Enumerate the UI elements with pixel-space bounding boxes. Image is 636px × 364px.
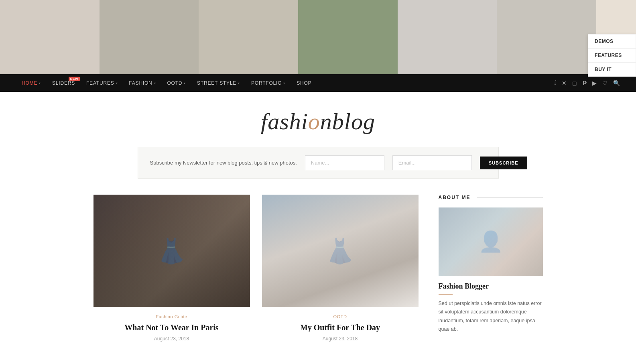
posts-grid: Fashion Guide What Not To Wear In Paris … — [93, 195, 419, 342]
blogger-name: Fashion Blogger — [439, 282, 543, 291]
site-title: fashionblog — [8, 108, 628, 135]
nav-label-fashion: FASHION — [129, 80, 152, 86]
search-icon[interactable]: 🔍 — [613, 80, 620, 87]
pinterest-icon[interactable]: 𝗣 — [583, 80, 587, 87]
nav-item-fashion[interactable]: FASHION ▾ — [123, 74, 161, 92]
newsletter-name-input[interactable] — [305, 155, 384, 170]
nav-item-features[interactable]: FEATURES ▾ — [81, 74, 123, 92]
twitter-x-icon[interactable]: ✕ — [562, 80, 567, 87]
post-card-1: Fashion Guide What Not To Wear In Paris … — [93, 195, 250, 342]
nav-label-ootd: OOTD — [167, 80, 182, 86]
newsletter-bar: Subscribe my Newsletter for new blog pos… — [138, 147, 499, 179]
dropdown-menu: DEMOS FEATURES BUY IT — [588, 34, 636, 77]
heart-icon[interactable]: ♡ — [602, 80, 608, 87]
nav-label-home: HOME — [22, 80, 37, 86]
hero-image-2 — [100, 0, 199, 74]
nav-label-features: FEATURES — [86, 80, 114, 86]
newsletter-description: Subscribe my Newsletter for new blog pos… — [150, 160, 297, 166]
chevron-down-icon: ▾ — [238, 81, 240, 85]
subscribe-button[interactable]: SUBSCRIBE — [480, 157, 527, 169]
hero-image-3 — [199, 0, 298, 74]
post-date-1: August 23, 2018 — [93, 336, 250, 342]
nav-label-sliders: SLIDERS — [52, 80, 75, 86]
post-category-1[interactable]: Fashion Guide — [93, 314, 250, 319]
post-title-2[interactable]: My Outfit For The Day — [262, 322, 419, 333]
nav-links: HOME ▾ SLIDERS NEW FEATURES ▾ FASHION ▾ … — [16, 74, 317, 92]
nav-item-shop[interactable]: SHOP — [291, 74, 317, 92]
nav-label-portfolio: PORTFOLIO — [251, 80, 282, 86]
nav-social-icons: f ✕ ◻ 𝗣 ▶ ♡ 🔍 — [554, 80, 620, 87]
about-underline — [439, 294, 453, 295]
newsletter-email-input[interactable] — [392, 155, 472, 170]
instagram-icon[interactable]: ◻ — [572, 80, 577, 87]
nav-item-portfolio[interactable]: PORTFOLIO ▾ — [246, 74, 291, 92]
chevron-down-icon: ▾ — [116, 81, 118, 85]
main-content: Fashion Guide What Not To Wear In Paris … — [77, 195, 559, 364]
new-badge: NEW — [69, 77, 80, 81]
post-date-2: August 23, 2018 — [262, 336, 419, 342]
chevron-down-icon: ▾ — [39, 81, 41, 85]
nav-item-sliders[interactable]: SLIDERS NEW — [47, 74, 81, 92]
hero-strip — [0, 0, 636, 74]
sidebar: ABOUT ME Fashion Blogger Sed ut perspici… — [439, 195, 543, 342]
hero-image-5 — [398, 0, 497, 74]
site-header: fashionblog — [0, 92, 636, 147]
hero-image-1 — [0, 0, 100, 74]
nav-item-home[interactable]: HOME ▾ — [16, 74, 47, 92]
facebook-icon[interactable]: f — [554, 80, 556, 86]
about-image — [439, 207, 543, 276]
chevron-down-icon: ▾ — [154, 81, 156, 85]
youtube-icon[interactable]: ▶ — [592, 80, 597, 87]
hero-image-6 — [497, 0, 596, 74]
dropdown-item-features[interactable]: FEATURES — [588, 49, 636, 63]
post-image-1[interactable] — [93, 195, 250, 307]
about-section-title: ABOUT ME — [439, 195, 543, 200]
nav-item-ootd[interactable]: OOTD ▾ — [161, 74, 191, 92]
dropdown-item-buyit[interactable]: BUY IT — [588, 63, 636, 76]
post-title-1[interactable]: What Not To Wear In Paris — [93, 322, 250, 333]
post-card-2: OOTD My Outfit For The Day August 23, 20… — [262, 195, 419, 342]
nav-item-street-style[interactable]: STREET STYLE ▾ — [191, 74, 246, 92]
chevron-down-icon: ▾ — [184, 81, 186, 85]
dropdown-item-demos[interactable]: DEMOS — [588, 35, 636, 49]
nav-label-street-style: STREET STYLE — [197, 80, 236, 86]
main-nav: HOME ▾ SLIDERS NEW FEATURES ▾ FASHION ▾ … — [0, 74, 636, 92]
nav-label-shop: SHOP — [297, 80, 311, 86]
hero-image-4 — [298, 0, 398, 74]
post-image-2[interactable] — [262, 195, 419, 307]
about-bio: Sed ut perspiciatis unde omnis iste natu… — [439, 299, 543, 333]
chevron-down-icon: ▾ — [283, 81, 285, 85]
post-category-2[interactable]: OOTD — [262, 314, 419, 319]
